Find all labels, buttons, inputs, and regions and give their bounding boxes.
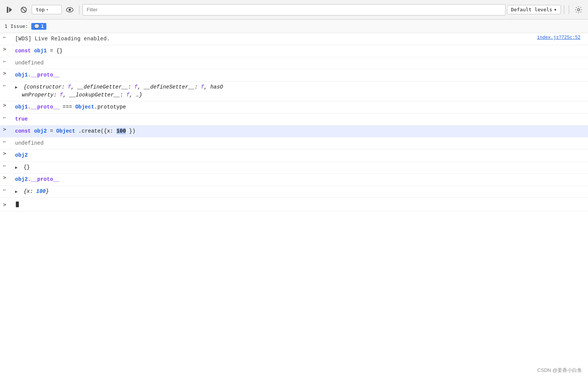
filter-input[interactable] [83,4,505,15]
console-content: ← [WDS] Live Reloading enabled. index.js… [0,33,588,211]
row-prefix-true: ← [0,114,15,120]
settings-button[interactable] [572,3,585,16]
context-selector[interactable]: top ▾ [32,5,62,14]
toolbar: top ▾ Default levels ▾ [0,0,588,20]
row-content-undefined-2: undefined [15,138,585,148]
row-prefix-obj1-input: > [0,46,15,52]
row-prefix-obj2-value: ← [0,162,15,168]
block-button[interactable] [17,3,30,16]
expand-obj2-arrow[interactable]: ▶ [15,165,20,170]
row-content-obj2-query: obj2 [15,150,585,160]
row-content-proto1-output: ▶ {constructor: f, __defineGetter__: f, … [15,82,585,100]
row-prefix-obj2-query: > [0,150,15,156]
console-row-input-empty[interactable]: > [0,198,588,211]
console-row-proto1-output: ← ▶ {constructor: f, __defineGetter__: f… [0,81,588,101]
row-content-obj2proto-value: ▶ {x: 100} [15,186,585,197]
console-row-obj1-input: > const obj1 = {} [0,45,588,57]
console-row-true: ← true [0,113,588,125]
row-prefix-undefined-2: ← [0,138,15,144]
expand-proto1-arrow[interactable]: ▶ [15,84,20,90]
levels-arrow: ▾ [554,7,557,12]
run-button[interactable] [3,3,16,16]
row-content-proto-eq-input: obj1.__proto__ === Object.prototype [15,102,585,112]
cursor [16,202,19,207]
row-prefix-obj2proto-query: > [0,174,15,180]
row-content-proto1-input: obj1.__proto__ [15,70,585,80]
row-content-wds: [WDS] Live Reloading enabled. [15,34,537,44]
separator-1 [79,5,80,14]
row-content-obj2-input: const obj2 = Object .create({x: 100 }) [15,126,585,136]
console-row-undefined-2: ← undefined [0,138,588,150]
context-label: top [36,7,44,12]
levels-selector[interactable]: Default levels ▾ [507,5,561,14]
console-row-obj2-query: > obj2 [0,150,588,162]
context-arrow: ▾ [46,8,48,12]
console-row-obj2-input: > const obj2 = Object .create({x: 100 }) [0,125,588,138]
row-prefix-obj2proto-value: ← [0,186,15,193]
row-content-obj2-value: ▶ {} [15,162,585,173]
console-row-obj2proto-query: > obj2.__proto__ [0,174,588,186]
separator-3 [569,5,569,14]
issues-bar: 1 Issue: 💬 1 [0,20,588,33]
row-prefix-wds: ← [0,34,15,40]
console-row-obj2-value: ← ▶ {} [0,162,588,174]
svg-point-6 [577,9,580,11]
console-row-obj2proto-value: ← ▶ {x: 100} [0,186,588,198]
svg-rect-0 [7,7,8,13]
row-content-obj2proto-query: obj2.__proto__ [15,174,585,185]
issue-badge-count: 1 [41,24,44,29]
watermark: CSDN @姜香小白鱼 [537,367,582,374]
issue-count-label: 1 Issue: [5,23,28,29]
wds-message: [WDS] Live Reloading enabled. [15,36,110,42]
console-row-proto1-input: > obj1.__proto__ [0,69,588,81]
row-content-empty-input[interactable] [15,199,588,209]
row-prefix-proto1-input: > [0,70,15,76]
row-prefix-undefined-1: ← [0,58,15,64]
row-source-wds[interactable]: index.js?725c:52 [537,34,585,41]
row-prefix-empty-input: > [0,202,15,208]
expand-obj2proto-arrow[interactable]: ▶ [15,189,20,194]
svg-marker-1 [9,7,12,12]
issue-badge-icon: 💬 [34,24,40,29]
console-row-wds: ← [WDS] Live Reloading enabled. index.js… [0,33,588,45]
row-prefix-proto-eq-input: > [0,102,15,108]
levels-label: Default levels [511,7,553,12]
console-row-undefined-1: ← undefined [0,57,588,69]
row-prefix-obj2-input: > [0,126,15,132]
row-content-true: true [15,114,585,124]
svg-point-5 [69,9,71,11]
issue-badge[interactable]: 💬 1 [31,23,46,30]
row-prefix-proto1-output: ← [0,82,15,88]
eye-button[interactable] [63,3,76,16]
row-content-obj1-input: const obj1 = {} [15,46,585,56]
svg-line-3 [22,8,26,12]
row-content-undefined-1: undefined [15,58,585,68]
console-row-proto-eq-input: > obj1.__proto__ === Object.prototype [0,101,588,113]
separator-2 [564,5,564,14]
